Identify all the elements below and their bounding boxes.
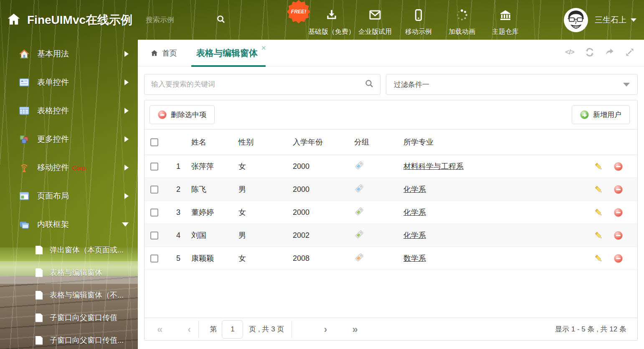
table-row[interactable]: 1 张萍萍 女 2000 材料科学与工程系 (145, 155, 637, 178)
chevron-down-icon (631, 18, 636, 22)
sidebar-subitem-popup-window[interactable]: 弹出窗体（本页面或... (0, 239, 138, 261)
header-nav: 基础版（免费） 企业版试用 移动示例 加载动画 (310, 0, 527, 36)
user-menu[interactable]: 三生石上 (564, 0, 636, 40)
sidebar-item-more-controls[interactable]: 更多控件 (0, 125, 138, 153)
gender-cell: 女 (236, 253, 291, 263)
row-checkbox[interactable] (150, 255, 158, 262)
major-link[interactable]: 数学系 (403, 254, 426, 262)
sidebar-item-basic-usage[interactable]: 基本用法 (0, 40, 138, 68)
button-label: 新增用户 (593, 110, 621, 120)
edit-icon[interactable] (594, 185, 603, 194)
next-page-button[interactable]: › (324, 324, 327, 334)
tag-icon (354, 252, 364, 262)
nav-label: 主题仓库 (492, 28, 519, 36)
nav-loading-animation[interactable]: 加载动画 (440, 0, 484, 36)
year-cell: 2002 (291, 231, 353, 240)
edit-icon[interactable] (594, 231, 603, 240)
corp-badge: Corp. (72, 164, 88, 171)
sidebar-subitem-label: 子窗口向父窗口传值... (50, 335, 124, 345)
major-link[interactable]: 化学系 (403, 208, 426, 217)
chevron-right-icon (124, 136, 129, 142)
sidebar-item-mobile-controls[interactable]: 移动控件 Corp. (0, 153, 138, 182)
spinner-icon (455, 8, 469, 23)
keyword-search-box[interactable] (144, 74, 380, 95)
panel-tools: </> (564, 46, 636, 58)
edit-icon[interactable] (594, 162, 603, 171)
nav-enterprise-trial[interactable]: 企业版试用 (353, 0, 397, 36)
cubes-icon (19, 134, 30, 145)
table-row[interactable]: 5 康颖颖 女 2008 数学系 (145, 247, 637, 270)
table-row[interactable]: 4 刘国 男 2002 化学系 (145, 224, 637, 247)
nav-basic-free[interactable]: 基础版（免费） (310, 0, 353, 36)
delete-selected-button[interactable]: 删除选中项 (150, 105, 215, 124)
search-icon[interactable] (364, 79, 374, 90)
prev-page-button[interactable]: ‹ (188, 324, 191, 334)
expand-icon[interactable] (624, 46, 636, 58)
column-header-group: 分组 (353, 137, 399, 147)
delete-icon[interactable] (614, 185, 623, 194)
filter-row: 过滤条件一 (144, 74, 638, 95)
search-icon[interactable] (216, 14, 226, 26)
filter-dropdown[interactable]: 过滤条件一 (386, 74, 638, 95)
row-checkbox[interactable] (150, 232, 158, 239)
name-cell: 康颖颖 (182, 253, 236, 263)
sidebar-subitem-grid-edit-window[interactable]: 表格与编辑窗体 (0, 261, 138, 284)
delete-icon[interactable] (614, 208, 623, 217)
sidebar-item-page-layout[interactable]: 页面布局 (0, 182, 138, 210)
tab-grid-edit-window[interactable]: 表格与编辑窗体 ✕ (191, 40, 271, 66)
form-icon (19, 77, 30, 88)
keyword-search-input[interactable] (151, 80, 364, 89)
table-icon (19, 105, 30, 116)
major-link[interactable]: 化学系 (403, 185, 426, 194)
column-header-name: 姓名 (182, 137, 236, 147)
header-search[interactable] (146, 14, 226, 26)
nav-theme-repo[interactable]: 主题仓库 (484, 0, 527, 36)
edit-icon[interactable] (594, 208, 603, 217)
tag-icon (354, 183, 364, 194)
layout-icon (19, 191, 30, 201)
sidebar-item-label: 基本用法 (37, 48, 69, 59)
code-icon[interactable]: </> (564, 46, 576, 58)
gender-cell: 女 (236, 161, 291, 171)
avatar[interactable] (564, 8, 588, 32)
sidebar: 基本用法 表单控件 表格控件 更多控件 移动控件 Corp. 页面布局 (0, 40, 138, 349)
sidebar-item-inline-frame[interactable]: 内联框架 (0, 210, 138, 239)
sidebar-item-form-controls[interactable]: 表单控件 (0, 68, 138, 97)
major-link[interactable]: 材料科学与工程系 (403, 162, 464, 171)
sidebar-subitem-grid-edit-window-2[interactable]: 表格与编辑窗体（不... (0, 284, 138, 306)
sidebar-item-grid-controls[interactable]: 表格控件 (0, 97, 138, 125)
add-user-button[interactable]: 新增用户 (572, 105, 630, 124)
row-checkbox[interactable] (150, 186, 158, 194)
page-number-input[interactable] (222, 320, 243, 339)
sidebar-subitem-child-to-parent[interactable]: 子窗口向父窗口传值 (0, 306, 138, 329)
close-icon[interactable]: ✕ (261, 44, 266, 52)
first-page-button[interactable]: « (157, 324, 162, 334)
major-link[interactable]: 化学系 (403, 231, 426, 239)
refresh-icon[interactable] (584, 46, 596, 58)
header-search-input[interactable] (146, 16, 200, 24)
delete-icon[interactable] (614, 231, 623, 240)
select-all-checkbox[interactable] (150, 138, 158, 146)
sidebar-subitem-child-to-parent-2[interactable]: 子窗口向父窗口传值... (0, 329, 138, 349)
tab-home[interactable]: 首页 (150, 48, 177, 58)
table-row[interactable]: 3 董婷婷 女 2000 化学系 (145, 201, 637, 224)
last-page-button[interactable]: » (352, 324, 357, 334)
edit-icon[interactable] (594, 254, 603, 263)
row-checkbox[interactable] (150, 163, 158, 171)
delete-icon[interactable] (614, 162, 623, 171)
nav-label: 加载动画 (449, 28, 475, 36)
delete-icon[interactable] (614, 254, 623, 263)
table-row[interactable]: 2 陈飞 男 2000 化学系 (145, 178, 637, 201)
sidebar-subitem-label: 弹出窗体（本页面或... (50, 245, 124, 255)
nav-label: 企业版试用 (358, 28, 392, 36)
tab-label: 首页 (162, 48, 177, 58)
tag-icon (354, 229, 364, 239)
share-icon[interactable] (604, 46, 616, 58)
sidebar-item-label: 页面布局 (37, 191, 69, 201)
home-icon[interactable] (6, 12, 21, 28)
sidebar-item-label: 移动控件 (37, 162, 69, 173)
sidebar-item-label: 表格控件 (37, 105, 69, 116)
house-icon (19, 48, 30, 59)
row-checkbox[interactable] (150, 209, 158, 217)
nav-mobile-demo[interactable]: 移动示例 (397, 0, 440, 36)
